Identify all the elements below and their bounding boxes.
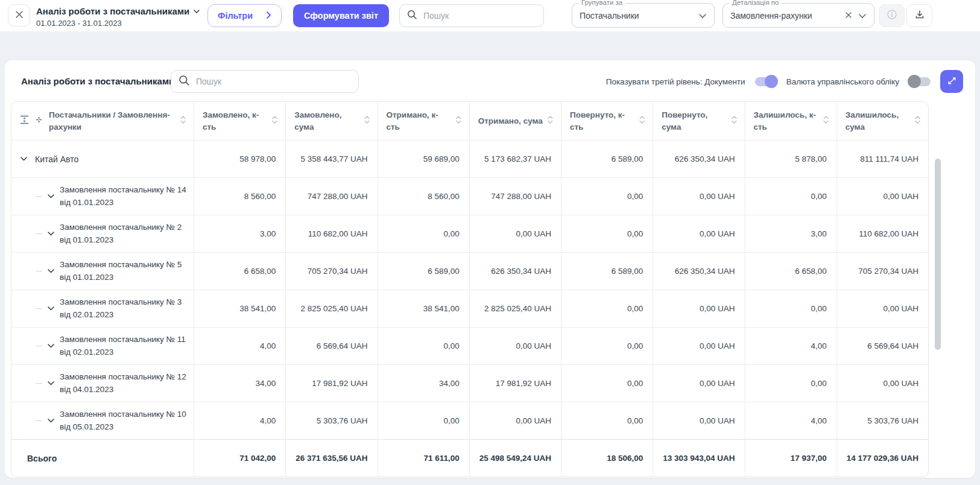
value-cell: 5 358 443,77 UAH [285,141,377,177]
sort-icon[interactable] [914,115,921,127]
chevron-down-icon[interactable] [47,194,55,199]
download-button[interactable] [906,4,932,27]
value-cell: 0,00 [745,178,836,215]
order-cell[interactable]: Замовлення постачальнику № 5 від 01.01.2… [11,253,194,290]
value-cell: 38 541,00 [378,290,469,327]
download-icon [915,10,925,22]
value-cell: 0,00 UAH [469,402,561,439]
column-header[interactable]: Повернуто, к-сть [561,102,653,140]
chevron-down-icon[interactable] [47,343,55,349]
value-cell: 8 560,00 [194,178,285,215]
order-cell[interactable]: Замовлення постачальнику № 11 від 02.01.… [11,328,194,364]
panel-search-input[interactable] [196,77,351,86]
chevron-down-icon[interactable] [20,156,28,162]
fullscreen-button[interactable] [940,70,963,93]
sort-icon[interactable] [731,115,738,127]
vertical-scrollbar[interactable] [935,159,941,350]
column-header-label: Замовлено, сума [294,109,359,133]
table-body: Китай Авто58 978,005 358 443,77 UAH59 68… [11,140,928,477]
value-cell: 0,00 UAH [653,215,744,252]
order-cell[interactable]: Замовлення постачальнику № 10 від 05.01.… [11,402,194,439]
value-cell: 26 371 635,56 UAH [285,440,377,477]
order-name: Замовлення постачальнику № 2 від 01.01.2… [60,221,194,247]
column-header[interactable]: Замовлено, к-сть [194,102,285,140]
sort-icon[interactable] [455,115,462,127]
column-header[interactable]: Замовлено, сума [285,102,377,140]
order-cell[interactable]: Замовлення постачальнику № 3 від 02.01.2… [11,290,194,327]
panel-search[interactable] [171,70,359,93]
expand-all-rows-icon[interactable] [20,115,29,127]
report-panel: Аналіз роботи з постачальниками Показува… [5,60,975,478]
value-cell: 0,00 [378,402,469,439]
order-cell[interactable]: Замовлення постачальнику № 2 від 01.01.2… [11,215,194,252]
sort-icon[interactable] [364,115,370,127]
value-cell: 6 569,64 UAH [836,328,928,364]
generate-report-button[interactable]: Сформувати звіт [293,4,389,27]
value-cell: 6 589,00 [561,141,653,177]
chevron-down-icon[interactable] [47,306,55,311]
sort-icon[interactable] [639,115,645,127]
topbar-search[interactable] [399,4,544,27]
order-name: Замовлення постачальнику № 14 від 01.01.… [60,184,194,209]
column-header[interactable]: Повернуто, сума [653,102,744,140]
info-button[interactable] [879,4,905,27]
value-cell: 811 111,74 UAH [836,141,928,177]
chevron-down-icon[interactable] [47,268,55,274]
column-header-label: Отримано, сума [478,115,543,127]
group-by-select[interactable]: Групувати за Постачальники [572,3,715,28]
order-cell[interactable]: Замовлення постачальнику № 14 від 01.01.… [11,178,194,215]
value-cell: 626 350,34 UAH [653,253,744,290]
detail-by-select[interactable]: Деталізація по Замовлення-рахунки [722,3,874,28]
table-row: Замовлення постачальнику № 11 від 02.01.… [11,327,928,364]
column-header[interactable]: Залишилось, сума [836,102,928,140]
supplier-cell[interactable]: Китай Авто [11,141,194,177]
value-cell: 747 288,00 UAH [285,178,377,215]
order-name: Замовлення постачальнику № 10 від 05.01.… [60,408,194,434]
detail-by-label: Деталізація по [729,0,782,6]
report-title-dropdown[interactable]: Аналіз роботи з постачальниками [36,5,200,16]
value-cell: 0,00 [378,328,469,364]
sort-icon[interactable] [180,115,186,127]
report-title: Аналіз роботи з постачальниками [36,6,189,16]
chevron-down-icon[interactable] [47,381,55,386]
chevron-down-icon[interactable] [698,10,707,21]
sort-icon[interactable] [547,115,554,127]
group-by-label: Групувати за [578,0,625,6]
tree-connector [36,346,42,347]
top-bar: Аналіз роботи з постачальниками 01.01.20… [0,0,980,31]
value-cell: 5 303,76 UAH [285,402,377,439]
tree-connector [36,196,42,197]
close-report-button[interactable] [8,4,30,27]
sort-icon[interactable] [271,115,278,127]
detail-by-value: Замовлення-рахунки [730,11,845,21]
sort-icon[interactable] [823,115,829,127]
value-cell: 71 611,00 [378,440,469,477]
topbar-search-input[interactable] [423,11,536,21]
value-cell: 5 303,76 UAH [836,402,928,439]
chevron-down-icon[interactable] [47,231,55,236]
filters-button[interactable]: Фільтри [207,4,282,27]
third-level-toggle[interactable] [755,77,777,86]
tree-connector [36,271,42,272]
value-cell: 0,00 UAH [469,328,561,364]
chevron-down-icon[interactable] [858,10,867,21]
order-cell[interactable]: Замовлення постачальнику № 12 від 04.01.… [11,365,194,402]
currency-toggle[interactable] [909,77,931,86]
collapse-all-rows-icon[interactable] [35,115,43,127]
table-header-row: Постачальники / Замовлення-рахункиЗамовл… [11,102,928,140]
value-cell: 0,00 [745,290,836,327]
value-cell: 0,00 [378,215,469,252]
value-cell: 34,00 [378,365,469,402]
clear-icon[interactable] [845,10,852,21]
value-cell: 3,00 [194,215,285,252]
expand-icon [947,75,957,87]
column-header[interactable]: Залишилось, к-сть [745,102,836,140]
column-header[interactable]: Постачальники / Замовлення-рахунки [11,102,194,140]
column-header[interactable]: Отримано, сума [469,102,561,140]
chevron-down-icon[interactable] [47,418,55,423]
value-cell: 59 689,00 [378,141,469,177]
close-icon [15,10,24,21]
column-header[interactable]: Отримано, к-сть [378,102,469,140]
table-row: Замовлення постачальнику № 10 від 05.01.… [11,402,928,439]
value-cell: 17 981,92 UAH [285,365,377,402]
